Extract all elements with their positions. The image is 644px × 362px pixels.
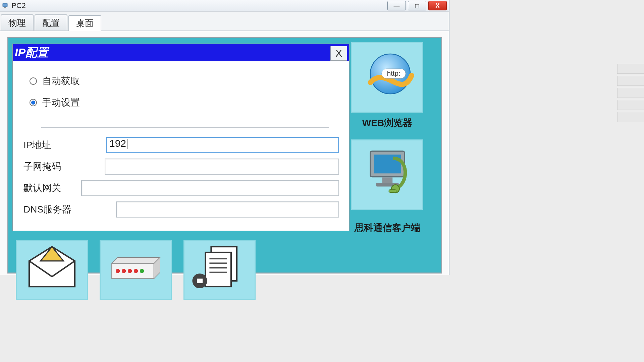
ip-config-dialog: IP配置 X 自动获取 手动设置	[12, 44, 350, 231]
radio-label: 手动设置	[42, 96, 80, 109]
ip-config-close-button[interactable]: X	[330, 46, 347, 61]
svg-marker-14	[112, 257, 160, 263]
radio-icon	[30, 99, 37, 106]
svg-rect-1	[4, 7, 6, 8]
maximize-icon: ◻	[415, 2, 420, 9]
input-value: 192	[109, 138, 126, 149]
tab-config[interactable]: 配置	[35, 14, 67, 31]
app-window: PC2 — ◻ X 物理 配置 桌面	[0, 0, 449, 275]
window-controls: — ◻ X	[387, 1, 447, 10]
svg-text:http:: http:	[387, 70, 400, 77]
field-label: IP地址	[22, 139, 99, 152]
svg-point-21	[140, 269, 144, 273]
network-device-icon	[106, 241, 166, 299]
separator	[41, 127, 329, 128]
field-label: DNS服务器	[22, 203, 116, 216]
svg-point-17	[115, 269, 120, 273]
text-cursor-icon	[127, 139, 127, 149]
tab-desktop[interactable]: 桌面	[68, 15, 101, 31]
tab-label: 配置	[42, 17, 60, 29]
tile-documents[interactable]	[183, 240, 256, 300]
field-label: 子网掩码	[22, 160, 99, 173]
tab-physical[interactable]: 物理	[1, 14, 34, 31]
svg-rect-11	[389, 190, 396, 193]
maximize-button[interactable]: ◻	[408, 1, 426, 10]
minimize-button[interactable]: —	[387, 1, 406, 10]
main-tabs: 物理 配置 桌面	[0, 12, 449, 31]
tile-cisco-client-label: 思科通信客户端	[351, 222, 423, 234]
tab-label: 桌面	[76, 17, 94, 29]
svg-rect-23	[205, 252, 231, 287]
ip-address-input[interactable]: 192	[106, 137, 339, 153]
svg-rect-8	[382, 177, 392, 183]
svg-point-18	[121, 269, 126, 273]
ip-fields: IP地址 192 子网掩码 默认网关	[13, 137, 349, 218]
radio-manual[interactable]: 手动设置	[30, 96, 339, 109]
field-subnet-mask: 子网掩码	[22, 159, 339, 175]
field-dns-server: DNS服务器	[22, 201, 339, 218]
radio-icon	[30, 77, 37, 85]
subnet-mask-input[interactable]	[105, 159, 339, 175]
window-title: PC2	[11, 1, 26, 10]
default-gateway-input[interactable]	[81, 180, 339, 196]
pc-icon	[2, 2, 9, 9]
svg-rect-2	[3, 8, 7, 8]
tile-web-browser[interactable]: http:	[351, 42, 423, 113]
field-default-gateway: 默认网关	[22, 180, 339, 196]
tile-network-device[interactable]	[100, 240, 172, 300]
ip-mode-radio-group: 自动获取 手动设置	[13, 61, 349, 121]
titlebar: PC2 — ◻ X	[0, 0, 449, 12]
mail-envelope-icon	[22, 241, 82, 299]
dns-server-input[interactable]	[116, 201, 339, 218]
close-button[interactable]: X	[428, 1, 447, 10]
radio-auto[interactable]: 自动获取	[30, 75, 339, 87]
field-label: 默认网关	[22, 182, 81, 194]
svg-point-19	[127, 269, 132, 273]
minimize-icon: —	[394, 2, 400, 9]
pc-headset-icon	[357, 145, 418, 204]
desktop-area: http: WEB浏览器 思科	[12, 42, 437, 268]
background-panel	[617, 64, 644, 122]
ip-config-title: IP配置	[13, 44, 349, 61]
radio-label: 自动获取	[42, 75, 80, 87]
desktop-frame: http: WEB浏览器 思科	[7, 37, 442, 274]
tile-web-browser-label: WEB浏览器	[351, 117, 423, 129]
svg-rect-29	[197, 279, 203, 283]
svg-rect-0	[3, 3, 7, 7]
field-ip-address: IP地址 192	[22, 137, 339, 153]
document-stack-icon	[190, 241, 250, 299]
close-icon: X	[335, 48, 342, 59]
globe-http-icon: http:	[357, 48, 418, 107]
svg-point-20	[133, 269, 138, 273]
close-icon: X	[435, 2, 439, 9]
tab-label: 物理	[8, 17, 26, 29]
tile-mail[interactable]	[16, 240, 88, 300]
tile-cisco-client[interactable]	[351, 139, 423, 210]
